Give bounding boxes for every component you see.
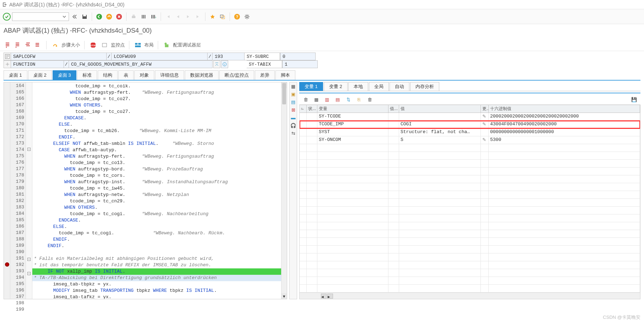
print-icon[interactable]: [129, 12, 138, 21]
table-row[interactable]: [300, 168, 640, 175]
table-row[interactable]: [300, 199, 640, 207]
nav-prev-icon[interactable]: [174, 12, 182, 21]
info-icon[interactable]: i: [221, 60, 228, 68]
step-size-group[interactable]: 步骤大小: [51, 41, 80, 49]
table-row[interactable]: TCODE_IMPCOGI✎43004F004700490020002000: [300, 121, 640, 129]
tab-桌面 2[interactable]: 桌面 2: [28, 70, 52, 80]
table-row[interactable]: [300, 238, 640, 246]
settings-small-icon[interactable]: [4, 60, 11, 68]
sy-tabix-value[interactable]: 1: [282, 60, 318, 68]
tab-断点/监控点[interactable]: 断点/监控点: [219, 70, 254, 80]
scroll-left-arrow[interactable]: ◂: [321, 294, 327, 299]
table-row[interactable]: [300, 230, 640, 238]
table-row[interactable]: [300, 207, 640, 214]
panel-tool-icon[interactable]: ⇆: [290, 130, 296, 136]
table-row[interactable]: [300, 191, 640, 199]
table-row[interactable]: [300, 152, 640, 160]
tab-数据浏览器[interactable]: 数据浏览器: [185, 70, 219, 80]
navigate-icon[interactable]: [213, 60, 220, 68]
continue-icon[interactable]: [33, 41, 42, 49]
settings-icon[interactable]: [243, 12, 251, 21]
program-field[interactable]: SAPLCOFW: [11, 53, 107, 60]
scroll-right-arrow[interactable]: ▸: [327, 294, 333, 299]
var-tab-本地[interactable]: 本地: [348, 82, 368, 91]
table-row[interactable]: [300, 277, 640, 285]
col-value[interactable]: 值: [399, 105, 481, 113]
save-icon[interactable]: [80, 12, 89, 21]
command-field[interactable]: [12, 12, 69, 21]
vertical-scrollbar[interactable]: ▴ ▾: [281, 82, 287, 299]
tab-差异[interactable]: 差异: [255, 70, 275, 80]
table-row[interactable]: [300, 253, 640, 261]
exit-up-icon[interactable]: [105, 12, 113, 21]
table-icon[interactable]: ▦: [312, 95, 321, 104]
help-icon[interactable]: ?: [233, 12, 241, 21]
tab-桌面 1[interactable]: 桌面 1: [4, 70, 27, 80]
tab-结构[interactable]: 结构: [98, 70, 118, 80]
sy-subrc-value[interactable]: 0: [280, 53, 316, 60]
breakpoint-gutter[interactable]: [4, 82, 10, 299]
table-row[interactable]: [300, 183, 640, 191]
program-icon[interactable]: [4, 53, 11, 60]
procedure-type-field[interactable]: FUNCTION: [11, 60, 64, 68]
col-status[interactable]: 状...: [307, 105, 317, 113]
tab-对象[interactable]: 对象: [134, 70, 154, 80]
include-field[interactable]: LCOFWU09: [112, 53, 208, 60]
nav-first-icon[interactable]: [164, 12, 172, 21]
var-tab-自动[interactable]: 自动: [390, 82, 409, 91]
grid-body[interactable]: SY-TCODE✎2000200020002000200020002000200…: [300, 113, 640, 293]
fold-gutter[interactable]: ---: [26, 82, 32, 299]
panel-tool-icon[interactable]: ▣: [290, 91, 296, 97]
var-tab-全局[interactable]: 全局: [369, 82, 389, 91]
watchpoint-group[interactable]: 监控点: [100, 41, 125, 49]
col-hex[interactable]: 十六进制值: [489, 105, 640, 113]
table-row[interactable]: [300, 144, 640, 152]
panel-close-icon[interactable]: ⊠: [290, 107, 296, 113]
detail-icon[interactable]: ▥: [323, 95, 331, 104]
cancel-icon[interactable]: [115, 12, 123, 21]
scrollbar-thumb[interactable]: [282, 83, 286, 104]
step-out-icon[interactable]: [23, 41, 32, 49]
config-layer-group[interactable]: 配置调试器层: [162, 41, 201, 49]
tab-标准[interactable]: 标准: [77, 70, 97, 80]
procedure-name-field[interactable]: CO_FW_GOODS_MOVEMENTS_BY_AFFW: [69, 60, 213, 68]
table-row[interactable]: SYSTStructure: flat, not cha…00000000000…: [300, 129, 640, 136]
panel-tool-icon[interactable]: 🎧: [290, 122, 296, 129]
tab-脚本[interactable]: 脚本: [275, 70, 295, 80]
panel-tool-icon[interactable]: ▬: [290, 114, 296, 121]
line-field[interactable]: 193: [213, 53, 245, 60]
tab-表[interactable]: 表: [118, 70, 134, 80]
table-row[interactable]: SY-TCODE✎2000200020002000200020002000200…: [300, 113, 640, 121]
layout-group[interactable]: 布局: [134, 41, 154, 49]
find-icon[interactable]: [139, 12, 148, 21]
var-tab-内存分析[interactable]: 内存分析: [410, 82, 439, 91]
save-variant-icon[interactable]: 💾: [630, 95, 638, 104]
table-row[interactable]: [300, 269, 640, 277]
table-row[interactable]: [300, 214, 640, 222]
find-next-icon[interactable]: [149, 12, 158, 21]
nav-last-icon[interactable]: [194, 12, 202, 21]
code-editor[interactable]: tcode_imp = tc_coik. WHEN auftragstyp-fe…: [32, 82, 281, 299]
grid-corner[interactable]: ⎁: [300, 105, 307, 113]
var-tab-变量 2[interactable]: 变量 2: [324, 82, 348, 91]
step-over-icon[interactable]: [14, 41, 22, 49]
new-session-icon[interactable]: [218, 12, 227, 21]
panel-tool-icon[interactable]: ▦: [290, 83, 296, 89]
back-icon[interactable]: [95, 12, 103, 21]
delete-all-icon[interactable]: 🗑: [365, 95, 374, 104]
col-change[interactable]: 更...: [481, 105, 489, 113]
sort-icon[interactable]: ⇅: [344, 95, 353, 104]
table-row[interactable]: [300, 175, 640, 183]
enter-button[interactable]: [3, 13, 11, 21]
tab-详细信息[interactable]: 详细信息: [155, 70, 184, 80]
stop-icon[interactable]: STOP: [89, 41, 97, 49]
scroll-down-arrow[interactable]: ▾: [281, 293, 287, 299]
var-tab-变量 1[interactable]: 变量 1: [299, 82, 323, 91]
step-into-icon[interactable]: [4, 41, 12, 49]
nav-next-icon[interactable]: [184, 12, 192, 21]
detail2-icon[interactable]: ▤: [333, 95, 342, 104]
favorite-icon[interactable]: [208, 12, 217, 21]
table-row[interactable]: [300, 261, 640, 269]
table-row[interactable]: [300, 160, 640, 168]
table-row[interactable]: [300, 222, 640, 230]
